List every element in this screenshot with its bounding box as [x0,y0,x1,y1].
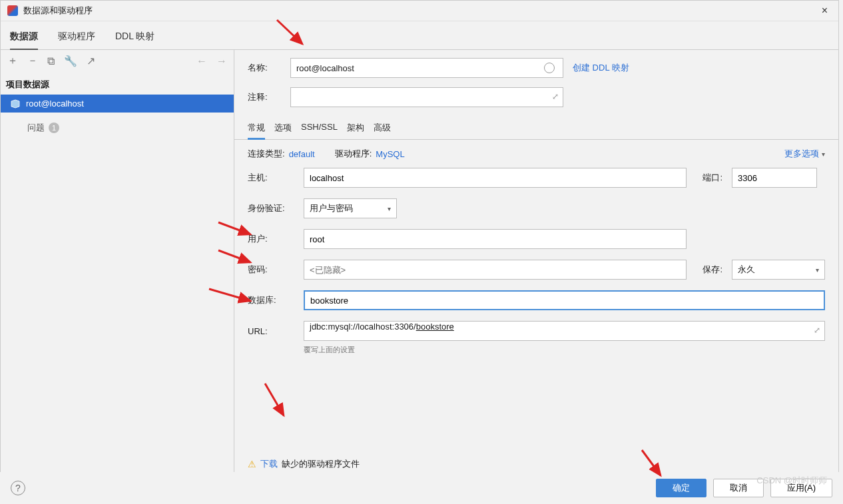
comment-label: 注释: [248,91,281,103]
chevron-down-icon: ▾ [822,150,825,158]
expand-icon[interactable]: ⤢ [552,92,559,101]
sub-tabs: 常规 选项 SSH/SSL 架构 高级 [234,117,838,140]
save-label: 保存: [696,264,722,276]
user-input[interactable] [304,229,687,249]
sidebar-section-title: 项目数据源 [1,72,234,95]
content-panel: 名称: root@localhost 创建 DDL 映射 注释: ⤢ 常规 选项 [234,50,838,502]
help-icon[interactable]: ? [11,481,25,495]
issues-label: 问题 [27,122,45,134]
name-input[interactable]: root@localhost [290,58,563,78]
tab-general[interactable]: 常规 [248,117,265,139]
dialog: 数据源和驱动程序 × 数据源 驱动程序 DDL 映射 ＋ － ⧉ 🔧 ↗ ← →… [0,0,839,503]
sidebar-item-datasource[interactable]: root@localhost [1,95,234,113]
auth-value: 用户与密码 [310,202,353,214]
color-circle-icon[interactable] [544,63,555,73]
issues-count-badge: 1 [49,123,59,133]
connection-info-row: 连接类型: default 驱动程序: MySQL 更多选项 ▾ [234,140,838,164]
warning-text: 缺少的驱动程序文件 [282,458,360,470]
name-value: root@localhost [296,63,354,73]
warning-icon: ⚠ [248,459,256,469]
cancel-button[interactable]: 取消 [713,479,764,497]
tab-ssh[interactable]: SSH/SSL [301,117,338,139]
url-label: URL: [248,326,294,336]
main-tabs: 数据源 驱动程序 DDL 映射 [1,21,838,50]
host-label: 主机: [248,172,294,184]
auth-label: 身份验证: [248,202,294,214]
database-input[interactable] [304,290,825,310]
copy-icon[interactable]: ⧉ [47,55,55,67]
tab-advanced[interactable]: 高级 [374,117,391,139]
sidebar-item-label: root@localhost [26,99,84,109]
driver-value[interactable]: MySQL [376,149,404,159]
password-input[interactable] [304,260,687,280]
database-label: 数据库: [248,294,294,306]
create-ddl-link[interactable]: 创建 DDL 映射 [573,62,629,74]
password-label: 密码: [248,264,294,276]
download-link[interactable]: 下载 [260,458,278,470]
more-options-label: 更多选项 [784,148,819,160]
tab-ddl[interactable]: DDL 映射 [115,25,154,49]
tab-schema[interactable]: 架构 [347,117,364,139]
sidebar-item-issues[interactable]: 问题 1 [1,113,234,143]
export-icon[interactable]: ↗ [87,55,95,67]
forward-icon[interactable]: → [216,55,227,67]
save-select[interactable]: 永久 ▾ [732,260,825,280]
auth-select[interactable]: 用户与密码 ▾ [304,198,397,218]
save-value: 永久 [738,264,755,276]
port-input[interactable] [732,168,817,188]
tab-options[interactable]: 选项 [274,117,292,139]
comment-input[interactable]: ⤢ [290,87,563,107]
app-icon [7,5,18,16]
add-icon[interactable]: ＋ [7,54,18,68]
url-db: bookstore [416,322,454,332]
tab-datasources[interactable]: 数据源 [10,25,38,49]
wrench-icon[interactable]: 🔧 [64,55,77,67]
user-label: 用户: [248,233,294,245]
expand-icon[interactable]: ⤢ [814,326,820,335]
close-icon[interactable]: × [818,5,832,17]
footer: ? 确定 取消 应用(A) [0,472,843,504]
chevron-down-icon: ▾ [388,205,391,212]
url-hint: 覆写上面的设置 [304,345,825,355]
apply-button[interactable]: 应用(A) [770,479,832,497]
sidebar: ＋ － ⧉ 🔧 ↗ ← → 项目数据源 root@localhost 问题 1 [1,50,234,502]
host-input[interactable] [304,168,687,188]
chevron-down-icon: ▾ [816,266,819,274]
url-input[interactable]: jdbc:mysql://localhost:3306/bookstore ⤢ [304,321,825,341]
title-bar: 数据源和驱动程序 × [1,1,838,21]
sidebar-toolbar: ＋ － ⧉ 🔧 ↗ ← → [1,50,234,72]
tab-drivers[interactable]: 驱动程序 [58,25,95,49]
url-prefix: jdbc:mysql://localhost:3306/ [310,322,416,332]
driver-label: 驱动程序: [335,148,372,160]
back-icon[interactable]: ← [196,55,207,67]
window-title: 数据源和驱动程序 [23,5,818,17]
database-icon [10,99,21,109]
name-label: 名称: [248,62,281,74]
ok-button[interactable]: 确定 [656,479,706,497]
more-options-link[interactable]: 更多选项 ▾ [784,148,825,160]
conn-type-label: 连接类型: [248,148,285,160]
conn-type-value[interactable]: default [289,149,315,159]
remove-icon[interactable]: － [27,54,38,68]
port-label: 端口: [696,172,722,184]
